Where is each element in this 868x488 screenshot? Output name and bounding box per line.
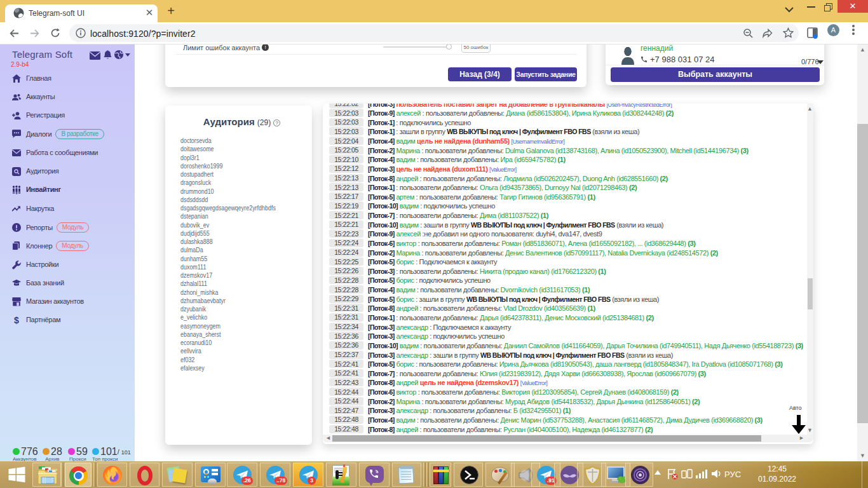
svg-text:$: $	[14, 316, 19, 325]
